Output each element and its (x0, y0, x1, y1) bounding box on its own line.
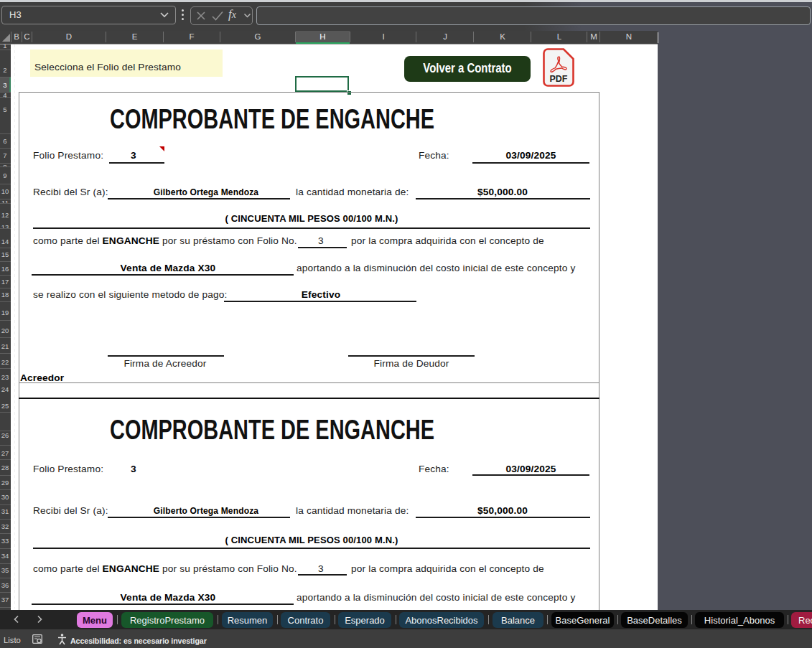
svg-text:PDF: PDF (550, 74, 568, 84)
